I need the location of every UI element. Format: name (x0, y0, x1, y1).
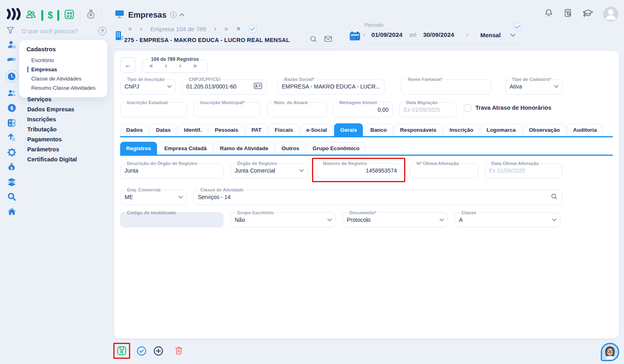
calculator-icon[interactable] (7, 118, 16, 127)
calculator-module-icon[interactable] (64, 9, 75, 22)
flyout-menu-item[interactable]: Empresas (19, 65, 107, 74)
prev-record-button[interactable]: ‹ (140, 25, 142, 33)
subtab[interactable]: Outros (276, 142, 305, 155)
period-next-chevron[interactable]: › (466, 31, 468, 38)
field-cnpj[interactable]: CNPJ/CPF/CEI 01.205.013/0001-60 (182, 77, 267, 95)
period-prev-chevron[interactable]: ‹ (363, 31, 365, 38)
field-nome-fantasia[interactable]: Nome Fantasia* (401, 77, 491, 95)
trava-checkbox[interactable] (464, 104, 471, 112)
period-to-date[interactable]: 30/09/2024 (423, 31, 454, 38)
period-from-date[interactable]: 01/09/2024 (371, 31, 403, 38)
tab[interactable]: Gerais (334, 123, 363, 136)
subtab[interactable]: Grupo Econômico (306, 142, 365, 155)
chevron-down-icon[interactable] (327, 217, 332, 221)
pager-last-button[interactable]: » (193, 62, 197, 69)
field-search-icon[interactable] (551, 193, 558, 201)
field-enq-comercial[interactable]: Enq. Comercial ME (120, 187, 187, 205)
field-data-migracao[interactable]: Data Migração Ex 01/09/2025 (399, 100, 457, 118)
tab[interactable]: Inscrição (444, 123, 479, 136)
search-input[interactable] (21, 27, 85, 35)
next-record-button[interactable]: › (214, 25, 216, 33)
flyout-menu-item[interactable]: Classe de Atividades (19, 74, 107, 83)
notifications-bell-icon[interactable] (544, 8, 554, 20)
tab[interactable]: Responsáveis (394, 123, 443, 136)
billing-module-icon[interactable]: $ (48, 11, 53, 20)
field-tipo-de-inscricao[interactable]: Tipo de Inscrição CNPJ (120, 77, 175, 95)
tab[interactable]: Datas (150, 123, 177, 136)
save-button[interactable] (117, 346, 127, 356)
sidebar-menu-item[interactable]: Parâmetros (27, 145, 77, 155)
person-arrow-up-icon[interactable] (7, 133, 16, 142)
sidebar-menu-item[interactable]: Dados Empresas (27, 105, 77, 115)
people-icon[interactable] (7, 88, 16, 98)
field-documento[interactable]: Documento* Protocolo (342, 210, 448, 228)
tab[interactable]: Pessoais (209, 123, 244, 136)
delete-button[interactable] (174, 346, 184, 356)
field-grupo-escritorio[interactable]: Grupo Escritório Não (230, 210, 336, 228)
chevron-down-icon[interactable] (178, 194, 183, 198)
tab[interactable]: Fiscais (269, 123, 299, 136)
tab[interactable]: Banco (364, 123, 393, 136)
field-classe[interactable]: Classe A (455, 210, 560, 228)
field-numero-registro[interactable]: Número de Registro 1458953574 (316, 161, 401, 179)
back-button[interactable]: ← (120, 57, 136, 73)
confirm-button[interactable] (136, 346, 147, 356)
support-chat-avatar[interactable] (601, 343, 619, 361)
help-icon[interactable]: ? (98, 27, 107, 35)
last-record-button[interactable]: » (224, 25, 228, 33)
sidebar-menu-item[interactable]: Pagamentos (27, 135, 77, 145)
tab[interactable]: PAT (246, 123, 268, 136)
user-avatar[interactable] (603, 6, 618, 22)
add-button[interactable] (153, 346, 164, 356)
sidebar-menu-item[interactable]: Serviços (27, 95, 77, 105)
field-descricao-orgao-registro[interactable]: Descrição do Órgão de Registro Junta (120, 161, 223, 179)
flyout-menu-item[interactable]: Resumo Classe Atividades (19, 83, 107, 93)
first-record-button[interactable]: « (128, 25, 132, 33)
graduation-cap-icon[interactable] (582, 8, 594, 20)
field-num-ultima-alteracao[interactable]: Nº Última Alteração (410, 161, 478, 179)
field-data-ultima-alteracao[interactable]: Data Última Alteração Ex 01/09/2025 (485, 161, 562, 179)
tab[interactable]: Logomarca (481, 123, 522, 136)
chevron-down-icon[interactable] (439, 217, 444, 221)
dollar-circle-icon[interactable]: $ (7, 103, 16, 113)
search-record-icon[interactable] (310, 35, 318, 45)
document-search-icon[interactable] (563, 8, 573, 20)
pager-prev-button[interactable]: ‹ (165, 62, 167, 69)
clock-icon-active[interactable] (5, 70, 18, 83)
field-inscricao-estadual[interactable]: Inscrição Estadual (120, 100, 187, 118)
moneybag-module-icon[interactable] (86, 9, 96, 22)
clients-module-icon[interactable] (25, 9, 37, 22)
mail-icon[interactable] (324, 35, 332, 45)
subtab[interactable]: Ramo de Atividade (214, 142, 274, 155)
filter-funnel-icon[interactable] (6, 25, 15, 36)
magnifier-icon[interactable] (7, 192, 16, 201)
subtab[interactable]: Empresa Cidadã (158, 142, 213, 155)
globe-gear-icon[interactable] (7, 148, 16, 157)
field-inscricao-municipal[interactable]: Inscrição Municipal* (193, 100, 261, 118)
field-metragem-imovel[interactable]: Metragem Imóvel 0,00 (332, 100, 393, 118)
flyout-menu-item[interactable]: Escritório (19, 56, 107, 65)
tab[interactable]: Identif. (178, 123, 207, 136)
sidebar-menu-item[interactable]: Certificado Digital (27, 155, 77, 165)
handshake-icon[interactable] (7, 55, 16, 64)
chevron-down-icon[interactable] (299, 168, 304, 172)
sidebar-menu-item[interactable]: Inscrições (27, 115, 77, 125)
field-tipo-de-cadastro[interactable]: Tipo de Cadastro* Ativa (505, 77, 562, 95)
chevron-down-icon[interactable] (167, 83, 171, 88)
close-record-button[interactable]: ✕ (236, 26, 241, 32)
pager-first-button[interactable]: « (149, 62, 153, 69)
info-icon[interactable]: i (170, 12, 177, 18)
chevron-down-icon[interactable] (552, 217, 556, 221)
field-classe-de-atividade[interactable]: Classe de Atividade Serviços - 14 (193, 187, 562, 205)
period-mode-select[interactable]: Mensal (480, 32, 501, 38)
collapse-chevron-icon[interactable] (179, 13, 185, 18)
field-num-alvara[interactable]: Núm. do Alvará (267, 100, 327, 118)
subtab[interactable]: Registros (120, 142, 157, 155)
id-card-icon[interactable] (254, 82, 262, 90)
chevron-down-icon[interactable] (510, 32, 515, 37)
record-checkbox[interactable] (249, 25, 256, 33)
tab[interactable]: e-Social (300, 123, 333, 136)
money-bag-icon[interactable]: $ (7, 163, 16, 172)
layers-icon[interactable] (7, 177, 16, 187)
home-icon[interactable] (7, 207, 16, 216)
